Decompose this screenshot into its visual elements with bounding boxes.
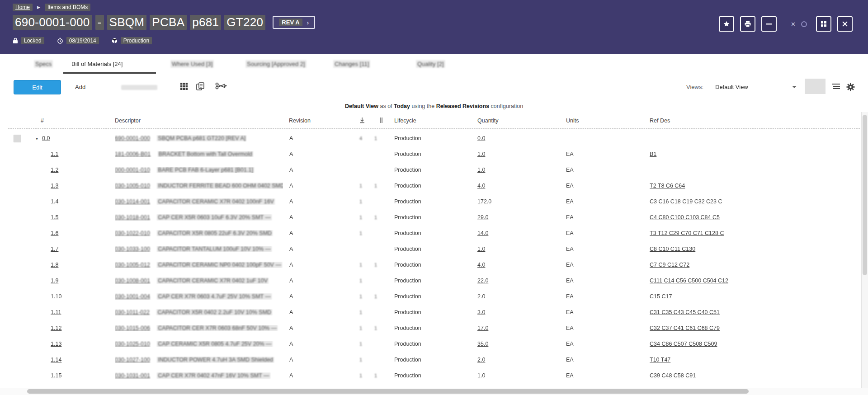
quantity-link[interactable]: 1.0 — [477, 246, 485, 252]
chevron-down-icon[interactable] — [792, 86, 797, 88]
refdes-link[interactable]: C111 C14 C56 C500 C504 C12 — [650, 277, 857, 284]
tab-sourcing-approved-2[interactable]: Sourcing [Approved 2] — [245, 54, 307, 74]
sourcing-column-icon[interactable] — [379, 117, 383, 123]
row-number-link[interactable]: 1.7 — [51, 246, 58, 252]
refdes-link[interactable]: T2 T8 C6 C64 — [650, 183, 857, 189]
row-number-link[interactable]: 1.3 — [51, 183, 58, 189]
attachments-count[interactable]: 1 — [359, 262, 362, 268]
copy-icon[interactable] — [196, 82, 205, 90]
row-number-link[interactable]: 1.4 — [51, 198, 58, 205]
quantity-link[interactable]: 1.0 — [477, 372, 485, 379]
refdes-link[interactable]: B1 — [650, 151, 857, 157]
quantity-link[interactable]: 35.0 — [477, 341, 488, 347]
part-number-link[interactable]: 000-0001-010 — [115, 167, 150, 173]
attachments-count[interactable]: 4 — [359, 136, 362, 141]
vertical-scrollbar-thumb[interactable] — [863, 115, 867, 275]
attachments-count[interactable]: 1 — [359, 310, 362, 315]
quantity-link[interactable]: 14.0 — [477, 230, 488, 236]
part-number-link[interactable]: 690-0001-000 — [115, 135, 150, 141]
refdes-link[interactable]: T3 T12 C29 C70 C71 C128 C — [650, 230, 857, 236]
row-number-link[interactable]: 1.5 — [51, 214, 58, 221]
refdes-link[interactable]: T10 T47 — [650, 357, 857, 363]
part-number-link[interactable]: 030-1025-010 — [115, 341, 150, 347]
tab-specs[interactable]: Specs — [34, 54, 53, 74]
refdes-link[interactable]: C7 C9 C12 C72 — [650, 262, 857, 268]
small-close-icon[interactable]: ✕ — [791, 21, 796, 28]
part-number-link[interactable]: 030-1014-001 — [115, 198, 150, 205]
quantity-link[interactable]: 29.0 — [477, 214, 488, 221]
refdes-link[interactable]: C4 C80 C100 C103 C84 C5 — [650, 214, 857, 221]
revision-selector-button[interactable]: REV A › — [273, 16, 315, 29]
refdes-link[interactable]: C15 C17 — [650, 293, 857, 300]
gear-icon[interactable] — [846, 83, 855, 91]
row-number-link[interactable]: 1.10 — [51, 293, 61, 300]
tab-where-used-3[interactable]: Where Used [3] — [170, 54, 214, 74]
row-number-link[interactable]: 1.12 — [51, 325, 61, 331]
part-number-link[interactable]: 030-1031-001 — [115, 372, 150, 379]
attachments-count[interactable]: 1 — [359, 341, 362, 347]
refdes-link[interactable]: C34 C86 C507 C508 C509 — [650, 341, 857, 347]
favorite-button[interactable] — [719, 16, 734, 32]
quantity-link[interactable]: 2.0 — [477, 357, 485, 363]
part-number-link[interactable]: 030-1022-010 — [115, 230, 150, 236]
quantity-link[interactable]: 22.0 — [477, 277, 488, 284]
row-number-link[interactable]: 0.0 — [42, 135, 50, 141]
part-number-link[interactable]: 030-1027-100 — [115, 357, 150, 363]
grid-view-icon[interactable] — [180, 82, 188, 90]
row-number-link[interactable]: 1.13 — [51, 341, 61, 347]
quantity-link[interactable]: 4.0 — [477, 183, 485, 189]
apps-grid-button[interactable] — [816, 16, 831, 32]
list-view-icon[interactable] — [832, 84, 840, 90]
part-number-link[interactable]: 030-1011-022 — [115, 309, 150, 315]
col-header-quantity[interactable]: Quantity — [477, 118, 499, 124]
sourcing-count[interactable]: 1 — [374, 325, 377, 331]
sourcing-count[interactable]: 1 — [374, 373, 377, 378]
row-number-link[interactable]: 1.15 — [51, 372, 61, 379]
attachments-count[interactable]: 1 — [359, 325, 362, 331]
quantity-link[interactable]: 17.0 — [477, 325, 488, 331]
attachments-count[interactable]: 1 — [359, 230, 362, 236]
row-number-link[interactable]: 1.8 — [51, 262, 58, 268]
sourcing-count[interactable]: 1 — [374, 136, 377, 141]
sourcing-count[interactable]: 1 — [374, 294, 377, 299]
attachments-count[interactable]: 1 — [359, 215, 362, 220]
vertical-scrollbar[interactable] — [861, 112, 868, 390]
sourcing-count[interactable]: 1 — [374, 183, 377, 188]
row-checkbox[interactable] — [14, 135, 21, 142]
col-header-refdes[interactable]: Ref Des — [650, 118, 670, 124]
horizontal-scrollbar-thumb[interactable] — [27, 389, 749, 394]
refdes-link[interactable]: C39 C48 C58 C91 — [650, 372, 857, 379]
part-number-link[interactable]: 030-1033-100 — [115, 246, 150, 252]
add-button[interactable]: Add — [75, 80, 85, 94]
attachments-count[interactable]: 1 — [359, 294, 362, 299]
row-number-link[interactable]: 1.11 — [51, 309, 61, 315]
part-number-link[interactable]: 030-1015-006 — [115, 325, 150, 331]
view-selector[interactable]: Default View — [715, 80, 748, 94]
row-number-link[interactable]: 1.6 — [51, 230, 58, 236]
tab-changes-11[interactable]: Changes [11] — [333, 54, 370, 74]
col-header-num[interactable]: # — [41, 118, 44, 124]
close-window-button[interactable] — [837, 16, 853, 32]
row-number-link[interactable]: 1.2 — [51, 167, 58, 173]
sourcing-count[interactable]: 1 — [374, 215, 377, 220]
breadcrumb-home-link[interactable]: Home — [13, 4, 33, 11]
tab-quality-2[interactable]: Quality [2] — [416, 54, 445, 74]
quantity-link[interactable]: 1.0 — [477, 151, 485, 157]
part-number-link[interactable]: 030-1005-012 — [115, 262, 150, 268]
quantity-link[interactable]: 3.0 — [477, 309, 485, 315]
attachments-count[interactable]: 1 — [359, 357, 362, 362]
quantity-link[interactable]: 4.0 — [477, 262, 485, 268]
refdes-link[interactable]: C3 C16 C18 C19 C32 C23 C — [650, 198, 857, 205]
col-header-descriptor[interactable]: Descriptor — [115, 118, 141, 124]
part-number-link[interactable]: 030-1008-001 — [115, 277, 150, 284]
part-number-link[interactable]: 030-1018-001 — [115, 214, 150, 221]
sourcing-count[interactable]: 1 — [374, 262, 377, 268]
horizontal-scrollbar[interactable] — [0, 388, 868, 395]
attachments-count[interactable]: 1 — [359, 278, 362, 283]
col-header-units[interactable]: Units — [566, 118, 579, 124]
part-number-link[interactable]: 030-1001-004 — [115, 293, 150, 300]
scissors-icon[interactable] — [215, 82, 227, 89]
attachments-count[interactable]: 1 — [359, 183, 362, 188]
quantity-link[interactable]: 2.0 — [477, 293, 485, 300]
col-header-revision[interactable]: Revision — [289, 118, 311, 124]
